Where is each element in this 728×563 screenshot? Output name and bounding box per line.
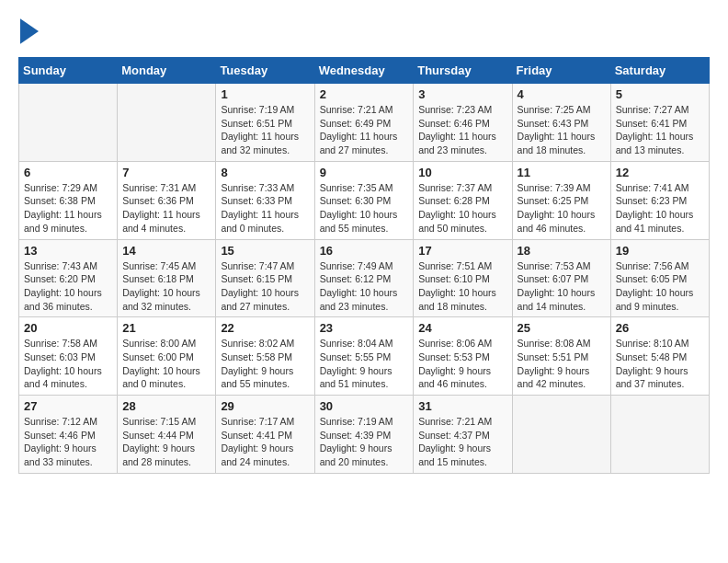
- day-cell: 24Sunrise: 8:06 AM Sunset: 5:53 PM Dayli…: [414, 317, 512, 396]
- day-number: 14: [122, 244, 210, 258]
- day-info: Sunrise: 7:25 AM Sunset: 6:43 PM Dayligh…: [518, 103, 606, 157]
- day-number: 17: [418, 244, 506, 258]
- day-number: 8: [221, 166, 309, 179]
- column-header-sunday: Sunday: [19, 58, 118, 84]
- day-info: Sunrise: 7:41 AM Sunset: 6:23 PM Dayligh…: [616, 181, 704, 236]
- day-number: 15: [221, 244, 309, 258]
- day-info: Sunrise: 8:04 AM Sunset: 5:55 PM Dayligh…: [320, 337, 409, 391]
- day-number: 3: [418, 87, 506, 101]
- day-number: 20: [24, 321, 112, 335]
- day-number: 4: [518, 87, 606, 101]
- logo: [18, 18, 39, 48]
- day-number: 1: [221, 87, 309, 101]
- day-number: 16: [320, 244, 409, 258]
- week-row-5: 27Sunrise: 7:12 AM Sunset: 4:46 PM Dayli…: [19, 396, 710, 474]
- day-cell: 4Sunrise: 7:25 AM Sunset: 6:43 PM Daylig…: [512, 84, 610, 162]
- logo-icon: [20, 18, 39, 44]
- day-cell: 6Sunrise: 7:29 AM Sunset: 6:38 PM Daylig…: [19, 161, 118, 239]
- column-header-saturday: Saturday: [610, 58, 709, 84]
- day-cell: 19Sunrise: 7:56 AM Sunset: 6:05 PM Dayli…: [610, 239, 709, 317]
- column-header-friday: Friday: [512, 58, 610, 84]
- svg-marker-0: [20, 18, 39, 43]
- day-cell: 18Sunrise: 7:53 AM Sunset: 6:07 PM Dayli…: [512, 239, 610, 317]
- day-info: Sunrise: 7:27 AM Sunset: 6:41 PM Dayligh…: [616, 103, 704, 157]
- day-number: 19: [616, 244, 704, 258]
- day-number: 7: [122, 166, 210, 179]
- day-cell: 5Sunrise: 7:27 AM Sunset: 6:41 PM Daylig…: [610, 84, 709, 162]
- column-header-thursday: Thursday: [414, 58, 512, 84]
- day-number: 23: [320, 321, 409, 335]
- day-number: 29: [221, 399, 309, 413]
- day-cell: 15Sunrise: 7:47 AM Sunset: 6:15 PM Dayli…: [216, 239, 314, 317]
- day-cell: 20Sunrise: 7:58 AM Sunset: 6:03 PM Dayli…: [19, 317, 118, 396]
- day-info: Sunrise: 7:45 AM Sunset: 6:18 PM Dayligh…: [122, 259, 210, 314]
- day-info: Sunrise: 7:15 AM Sunset: 4:44 PM Dayligh…: [122, 415, 210, 469]
- day-info: Sunrise: 8:00 AM Sunset: 6:00 PM Dayligh…: [122, 337, 210, 391]
- day-info: Sunrise: 7:12 AM Sunset: 4:46 PM Dayligh…: [24, 415, 112, 469]
- week-row-3: 13Sunrise: 7:43 AM Sunset: 6:20 PM Dayli…: [19, 239, 710, 317]
- day-number: 10: [418, 166, 506, 179]
- day-cell: 10Sunrise: 7:37 AM Sunset: 6:28 PM Dayli…: [414, 161, 512, 239]
- calendar-table: SundayMondayTuesdayWednesdayThursdayFrid…: [18, 57, 710, 474]
- day-cell: 30Sunrise: 7:19 AM Sunset: 4:39 PM Dayli…: [314, 396, 414, 474]
- day-info: Sunrise: 8:10 AM Sunset: 5:48 PM Dayligh…: [616, 337, 704, 391]
- day-info: Sunrise: 7:29 AM Sunset: 6:38 PM Dayligh…: [24, 181, 112, 236]
- day-cell: 3Sunrise: 7:23 AM Sunset: 6:46 PM Daylig…: [414, 84, 512, 162]
- day-info: Sunrise: 7:23 AM Sunset: 6:46 PM Dayligh…: [418, 103, 506, 157]
- day-cell: 1Sunrise: 7:19 AM Sunset: 6:51 PM Daylig…: [216, 84, 314, 162]
- day-info: Sunrise: 7:21 AM Sunset: 6:49 PM Dayligh…: [320, 103, 409, 157]
- day-cell: 26Sunrise: 8:10 AM Sunset: 5:48 PM Dayli…: [610, 317, 709, 396]
- day-cell: 17Sunrise: 7:51 AM Sunset: 6:10 PM Dayli…: [414, 239, 512, 317]
- day-cell: 23Sunrise: 8:04 AM Sunset: 5:55 PM Dayli…: [314, 317, 414, 396]
- day-cell: [19, 84, 118, 162]
- day-info: Sunrise: 7:49 AM Sunset: 6:12 PM Dayligh…: [320, 259, 409, 314]
- day-cell: 28Sunrise: 7:15 AM Sunset: 4:44 PM Dayli…: [118, 396, 216, 474]
- day-info: Sunrise: 7:21 AM Sunset: 4:37 PM Dayligh…: [418, 415, 506, 469]
- day-info: Sunrise: 7:39 AM Sunset: 6:25 PM Dayligh…: [518, 181, 606, 236]
- day-cell: 13Sunrise: 7:43 AM Sunset: 6:20 PM Dayli…: [19, 239, 118, 317]
- day-cell: 21Sunrise: 8:00 AM Sunset: 6:00 PM Dayli…: [118, 317, 216, 396]
- column-header-tuesday: Tuesday: [216, 58, 314, 84]
- day-info: Sunrise: 8:08 AM Sunset: 5:51 PM Dayligh…: [518, 337, 606, 391]
- column-header-monday: Monday: [118, 58, 216, 84]
- day-cell: 22Sunrise: 8:02 AM Sunset: 5:58 PM Dayli…: [216, 317, 314, 396]
- day-info: Sunrise: 7:37 AM Sunset: 6:28 PM Dayligh…: [418, 181, 506, 236]
- day-number: 25: [518, 321, 606, 335]
- day-number: 2: [320, 87, 409, 101]
- day-info: Sunrise: 7:17 AM Sunset: 4:41 PM Dayligh…: [221, 415, 309, 469]
- day-number: 6: [24, 166, 112, 179]
- day-info: Sunrise: 7:19 AM Sunset: 6:51 PM Dayligh…: [221, 103, 309, 157]
- day-info: Sunrise: 7:19 AM Sunset: 4:39 PM Dayligh…: [320, 415, 409, 469]
- day-number: 11: [518, 166, 606, 179]
- page-header: [18, 18, 710, 48]
- day-cell: 31Sunrise: 7:21 AM Sunset: 4:37 PM Dayli…: [414, 396, 512, 474]
- day-info: Sunrise: 7:43 AM Sunset: 6:20 PM Dayligh…: [24, 259, 112, 314]
- day-cell: [512, 396, 610, 474]
- day-number: 27: [24, 399, 112, 413]
- day-info: Sunrise: 7:47 AM Sunset: 6:15 PM Dayligh…: [221, 259, 309, 314]
- day-cell: 2Sunrise: 7:21 AM Sunset: 6:49 PM Daylig…: [314, 84, 414, 162]
- day-info: Sunrise: 7:51 AM Sunset: 6:10 PM Dayligh…: [418, 259, 506, 314]
- day-info: Sunrise: 7:53 AM Sunset: 6:07 PM Dayligh…: [518, 259, 606, 314]
- day-number: 22: [221, 321, 309, 335]
- day-number: 28: [122, 399, 210, 413]
- day-number: 18: [518, 244, 606, 258]
- day-cell: 11Sunrise: 7:39 AM Sunset: 6:25 PM Dayli…: [512, 161, 610, 239]
- day-info: Sunrise: 7:35 AM Sunset: 6:30 PM Dayligh…: [320, 181, 409, 236]
- day-info: Sunrise: 8:06 AM Sunset: 5:53 PM Dayligh…: [418, 337, 506, 391]
- day-number: 9: [320, 166, 409, 179]
- week-row-2: 6Sunrise: 7:29 AM Sunset: 6:38 PM Daylig…: [19, 161, 710, 239]
- day-number: 24: [418, 321, 506, 335]
- day-number: 26: [616, 321, 704, 335]
- week-row-1: 1Sunrise: 7:19 AM Sunset: 6:51 PM Daylig…: [19, 84, 710, 162]
- day-number: 5: [616, 87, 704, 101]
- day-cell: 9Sunrise: 7:35 AM Sunset: 6:30 PM Daylig…: [314, 161, 414, 239]
- day-number: 21: [122, 321, 210, 335]
- day-info: Sunrise: 7:31 AM Sunset: 6:36 PM Dayligh…: [122, 181, 210, 236]
- header-row: SundayMondayTuesdayWednesdayThursdayFrid…: [19, 58, 710, 84]
- day-cell: [610, 396, 709, 474]
- day-cell: 8Sunrise: 7:33 AM Sunset: 6:33 PM Daylig…: [216, 161, 314, 239]
- day-number: 31: [418, 399, 506, 413]
- day-cell: 7Sunrise: 7:31 AM Sunset: 6:36 PM Daylig…: [118, 161, 216, 239]
- day-cell: 12Sunrise: 7:41 AM Sunset: 6:23 PM Dayli…: [610, 161, 709, 239]
